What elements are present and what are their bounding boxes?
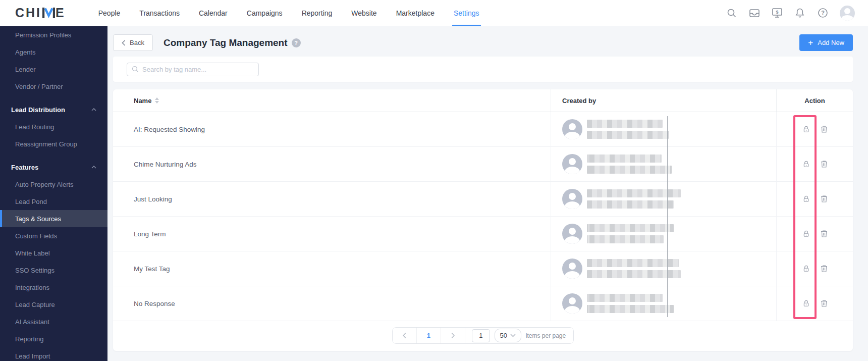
main-nav: PeopleTransactionsCalendarCampaignsRepor… xyxy=(89,0,489,26)
action-cell xyxy=(776,182,853,216)
action-cell xyxy=(776,217,853,251)
delete-button[interactable] xyxy=(821,230,828,238)
items-per-page-value: 50 xyxy=(500,332,507,339)
sidebar-item-sso-settings[interactable]: SSO Settings xyxy=(0,262,107,279)
sidebar-item-custom-fields[interactable]: Custom Fields xyxy=(0,227,107,244)
sidebar-section-label: Lead Distribution xyxy=(11,106,65,114)
sidebar-section-features[interactable]: Features xyxy=(0,159,107,176)
sidebar-item-permission-profiles[interactable]: Permission Profiles xyxy=(0,26,107,43)
delete-button[interactable] xyxy=(821,299,828,307)
billing-icon[interactable]: $ xyxy=(772,8,783,19)
sidebar-item-lead-routing[interactable]: Lead Routing xyxy=(0,118,107,135)
table-row: Long Term xyxy=(113,217,853,251)
chevron-left-icon xyxy=(402,332,407,339)
pagination: 1 50 items per page xyxy=(392,327,574,344)
page-number-input[interactable] xyxy=(472,329,490,342)
sidebar-item-reassignment-group[interactable]: Reassignment Group xyxy=(0,135,107,152)
sidebar-item-ai-assistant[interactable]: AI Assistant xyxy=(0,313,107,330)
pagination-prev-button[interactable] xyxy=(393,327,417,344)
sidebar-section-label: Features xyxy=(11,164,38,171)
notifications-bell-icon[interactable] xyxy=(794,8,805,19)
lock-button[interactable] xyxy=(802,160,810,168)
add-new-button[interactable]: + Add New xyxy=(799,34,853,51)
sidebar-item-lead-import[interactable]: Lead Import xyxy=(0,347,107,361)
sort-asc-caret xyxy=(155,97,159,100)
pagination-next-button[interactable] xyxy=(441,327,465,344)
created-by-cell xyxy=(551,286,776,321)
action-cell xyxy=(776,251,853,286)
page-title: Company Tag Management xyxy=(164,37,288,48)
lock-icon xyxy=(802,160,810,168)
sidebar-item-lender[interactable]: Lender xyxy=(0,61,107,78)
delete-button[interactable] xyxy=(821,265,828,273)
sidebar-item-white-label[interactable]: White Label xyxy=(0,244,107,262)
redacted-creator-name xyxy=(587,120,669,139)
sidebar-item-agents[interactable]: Agents xyxy=(0,43,107,61)
sidebar-section-lead-distribution[interactable]: Lead Distribution xyxy=(0,101,107,118)
settings-sidebar: Permission ProfilesAgentsLenderVendor / … xyxy=(0,26,107,361)
avatar xyxy=(562,293,582,314)
sidebar-item-auto-property-alerts[interactable]: Auto Property Alerts xyxy=(0,176,107,193)
search-icon[interactable] xyxy=(726,8,737,19)
chime-logo[interactable]: CHI E xyxy=(15,6,66,20)
lock-icon xyxy=(802,195,810,203)
nav-item-marketplace[interactable]: Marketplace xyxy=(387,0,444,26)
tag-name-cell: No Response xyxy=(113,286,551,321)
column-header-action: Action xyxy=(776,89,853,112)
nav-item-people[interactable]: People xyxy=(89,0,130,26)
lock-button[interactable] xyxy=(802,125,810,133)
lock-button[interactable] xyxy=(802,299,810,307)
trash-icon xyxy=(821,265,828,273)
created-by-cell xyxy=(551,147,776,181)
delete-button[interactable] xyxy=(821,160,828,168)
redacted-creator-name xyxy=(587,154,672,174)
lock-icon xyxy=(802,299,810,307)
sidebar-item-lead-capture[interactable]: Lead Capture xyxy=(0,296,107,313)
sort-icon[interactable] xyxy=(155,97,159,104)
back-button[interactable]: Back xyxy=(113,34,153,51)
items-per-page-select[interactable]: 50 xyxy=(495,329,521,342)
inbox-icon[interactable] xyxy=(749,8,760,19)
tags-table-card: Name Created by Action AI: Requested Sho… xyxy=(113,89,853,351)
delete-button[interactable] xyxy=(821,195,828,203)
pagination-page-1-button[interactable]: 1 xyxy=(417,327,441,344)
tag-name-cell: AI: Requested Showing xyxy=(113,112,551,146)
sidebar-item-vendor-partner[interactable]: Vendor / Partner xyxy=(0,78,107,95)
title-help-icon[interactable]: ? xyxy=(292,38,301,47)
sidebar-item-lead-pond[interactable]: Lead Pond xyxy=(0,193,107,210)
nav-item-website[interactable]: Website xyxy=(342,0,386,26)
trash-icon xyxy=(821,299,828,307)
logo-text-left: CHI xyxy=(15,6,41,20)
page-header: Back Company Tag Management ? + Add New xyxy=(113,34,853,51)
navbar-right-icons: $ ? xyxy=(726,6,868,21)
nav-item-campaigns[interactable]: Campaigns xyxy=(237,0,292,26)
avatar xyxy=(562,259,582,279)
lock-button[interactable] xyxy=(802,230,810,238)
column-header-name[interactable]: Name xyxy=(113,89,551,112)
delete-button[interactable] xyxy=(821,125,828,133)
avatar xyxy=(562,189,582,209)
nav-item-reporting[interactable]: Reporting xyxy=(292,0,342,26)
pagination-strip: 1 50 items per page xyxy=(113,321,853,350)
table-row: My Test Tag xyxy=(113,251,853,286)
trash-icon xyxy=(821,125,828,133)
redacted-creator-name xyxy=(587,259,681,278)
table-row: Just Looking xyxy=(113,182,853,217)
nav-item-transactions[interactable]: Transactions xyxy=(130,0,189,26)
svg-text:?: ? xyxy=(821,10,825,16)
sidebar-item-integrations[interactable]: Integrations xyxy=(0,279,107,296)
add-new-label: Add New xyxy=(818,39,844,46)
sidebar-item-reporting[interactable]: Reporting xyxy=(0,330,107,347)
tag-search-input[interactable] xyxy=(142,66,254,73)
sidebar-item-tags-sources[interactable]: Tags & Sources xyxy=(0,210,107,227)
lock-button[interactable] xyxy=(802,195,810,203)
avatar xyxy=(562,119,582,139)
nav-item-calendar[interactable]: Calendar xyxy=(189,0,237,26)
search-bar-card xyxy=(113,57,853,82)
user-avatar[interactable] xyxy=(840,6,855,21)
help-icon[interactable]: ? xyxy=(817,8,828,19)
main-content: Back Company Tag Management ? + Add New … xyxy=(107,26,868,361)
nav-item-settings[interactable]: Settings xyxy=(444,0,489,26)
created-by-cell xyxy=(551,251,776,286)
lock-button[interactable] xyxy=(802,265,810,273)
